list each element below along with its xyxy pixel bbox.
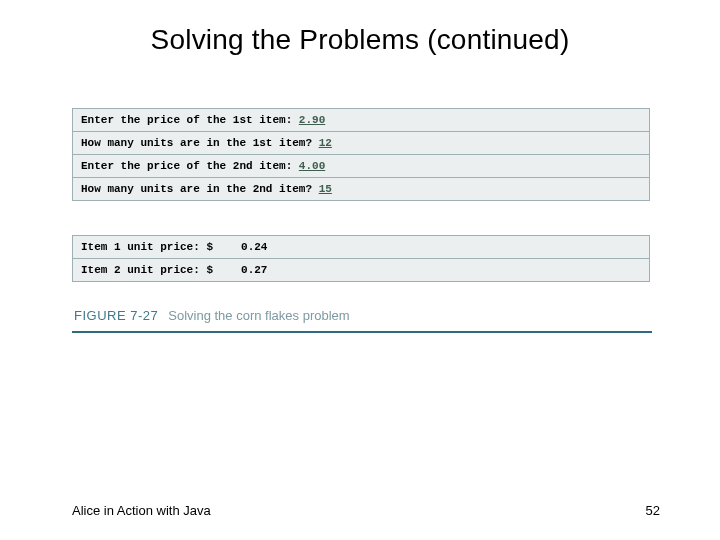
figure-number: FIGURE 7-27	[74, 308, 158, 323]
result-label: Item 2 unit price: $	[81, 264, 213, 276]
user-input: 12	[319, 137, 332, 149]
user-input: 4.00	[299, 160, 325, 172]
console-row: How many units are in the 1st item? 12	[73, 132, 649, 155]
console-row: Enter the price of the 2nd item: 4.00	[73, 155, 649, 178]
console-prompt: How many units are in the 1st item?	[81, 137, 319, 149]
result-value: 0.24	[241, 241, 267, 253]
slide-title: Solving the Problems (continued)	[0, 24, 720, 56]
figure-text: Solving the corn flakes problem	[168, 308, 349, 323]
result-label: Item 1 unit price: $	[81, 241, 213, 253]
footer-book-title: Alice in Action with Java	[72, 503, 211, 518]
user-input: 2.90	[299, 114, 325, 126]
result-value: 0.27	[241, 264, 267, 276]
console-row: How many units are in the 2nd item? 15	[73, 178, 649, 200]
console-prompt: Enter the price of the 1st item:	[81, 114, 299, 126]
results-output: Item 1 unit price: $0.24 Item 2 unit pri…	[72, 235, 650, 282]
result-row: Item 2 unit price: $0.27	[73, 259, 649, 281]
console-row: Enter the price of the 1st item: 2.90	[73, 109, 649, 132]
console-prompt: How many units are in the 2nd item?	[81, 183, 319, 195]
result-row: Item 1 unit price: $0.24	[73, 236, 649, 259]
figure-caption: FIGURE 7-27Solving the corn flakes probl…	[72, 302, 652, 333]
user-input: 15	[319, 183, 332, 195]
footer-page-number: 52	[646, 503, 660, 518]
console-output: Enter the price of the 1st item: 2.90 Ho…	[72, 108, 650, 201]
console-prompt: Enter the price of the 2nd item:	[81, 160, 299, 172]
slide: Solving the Problems (continued) Enter t…	[0, 0, 720, 540]
